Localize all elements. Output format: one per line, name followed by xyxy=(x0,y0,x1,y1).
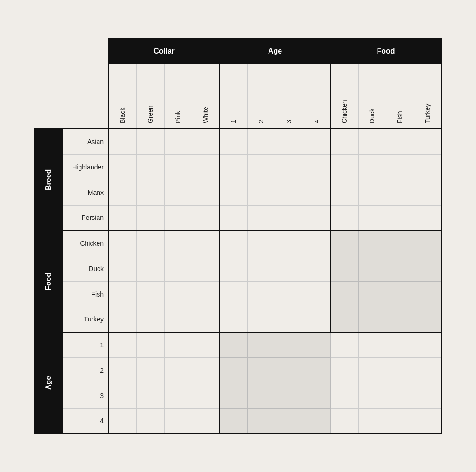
cell-highlander-duck[interactable] xyxy=(358,154,386,180)
cell-ffish-age1[interactable] xyxy=(220,281,247,307)
cell-highlander-white[interactable] xyxy=(192,154,220,180)
cell-ffish-green[interactable] xyxy=(136,281,164,307)
cell-fchicken-age1[interactable] xyxy=(220,230,247,256)
cell-persian-age2[interactable] xyxy=(247,205,275,230)
cell-manx-age3[interactable] xyxy=(275,180,303,205)
cell-age1-duck[interactable] xyxy=(358,332,386,357)
cell-manx-green[interactable] xyxy=(136,180,164,205)
cell-fchicken-pink[interactable] xyxy=(164,230,192,256)
cell-ffish-age2[interactable] xyxy=(247,281,275,307)
cell-ffish-pink[interactable] xyxy=(164,281,192,307)
cell-asian-age1[interactable] xyxy=(220,129,247,154)
cell-age4-green[interactable] xyxy=(136,408,164,434)
cell-manx-age1[interactable] xyxy=(220,180,247,205)
cell-persian-turkey[interactable] xyxy=(414,205,441,230)
cell-asian-black[interactable] xyxy=(109,129,136,154)
cell-highlander-age1[interactable] xyxy=(220,154,247,180)
cell-age4-duck[interactable] xyxy=(358,408,386,434)
cell-manx-turkey[interactable] xyxy=(414,180,441,205)
cell-highlander-chicken[interactable] xyxy=(330,154,358,180)
cell-asian-age4[interactable] xyxy=(303,129,330,154)
cell-ffish-white[interactable] xyxy=(192,281,220,307)
cell-age1-black[interactable] xyxy=(109,332,136,357)
cell-fchicken-black[interactable] xyxy=(109,230,136,256)
cell-fduck-age2[interactable] xyxy=(247,256,275,281)
cell-asian-fish[interactable] xyxy=(386,129,414,154)
cell-age3-white[interactable] xyxy=(192,383,220,408)
cell-age1-fish[interactable] xyxy=(386,332,414,357)
cell-fturkey-age3[interactable] xyxy=(275,307,303,332)
cell-age3-pink[interactable] xyxy=(164,383,192,408)
cell-manx-white[interactable] xyxy=(192,180,220,205)
cell-persian-pink[interactable] xyxy=(164,205,192,230)
cell-age4-turkey[interactable] xyxy=(414,408,441,434)
cell-persian-chicken[interactable] xyxy=(330,205,358,230)
cell-highlander-turkey[interactable] xyxy=(414,154,441,180)
cell-highlander-green[interactable] xyxy=(136,154,164,180)
cell-manx-pink[interactable] xyxy=(164,180,192,205)
cell-asian-duck[interactable] xyxy=(358,129,386,154)
cell-manx-age2[interactable] xyxy=(247,180,275,205)
cell-fturkey-age2[interactable] xyxy=(247,307,275,332)
cell-age4-white[interactable] xyxy=(192,408,220,434)
cell-age3-chicken[interactable] xyxy=(330,383,358,408)
cell-asian-pink[interactable] xyxy=(164,129,192,154)
cell-manx-chicken[interactable] xyxy=(330,180,358,205)
cell-age2-green[interactable] xyxy=(136,357,164,383)
cell-fturkey-age4[interactable] xyxy=(303,307,330,332)
cell-persian-white[interactable] xyxy=(192,205,220,230)
cell-age1-white[interactable] xyxy=(192,332,220,357)
cell-age2-black[interactable] xyxy=(109,357,136,383)
cell-manx-fish[interactable] xyxy=(386,180,414,205)
cell-manx-age4[interactable] xyxy=(303,180,330,205)
cell-highlander-age3[interactable] xyxy=(275,154,303,180)
cell-highlander-pink[interactable] xyxy=(164,154,192,180)
cell-age4-chicken[interactable] xyxy=(330,408,358,434)
cell-fchicken-age3[interactable] xyxy=(275,230,303,256)
cell-asian-chicken[interactable] xyxy=(330,129,358,154)
cell-highlander-age2[interactable] xyxy=(247,154,275,180)
cell-age1-green[interactable] xyxy=(136,332,164,357)
cell-fduck-age1[interactable] xyxy=(220,256,247,281)
cell-asian-age2[interactable] xyxy=(247,129,275,154)
cell-persian-age1[interactable] xyxy=(220,205,247,230)
cell-ffish-age4[interactable] xyxy=(303,281,330,307)
cell-fturkey-pink[interactable] xyxy=(164,307,192,332)
cell-age4-pink[interactable] xyxy=(164,408,192,434)
cell-ffish-age3[interactable] xyxy=(275,281,303,307)
cell-persian-fish[interactable] xyxy=(386,205,414,230)
cell-age2-pink[interactable] xyxy=(164,357,192,383)
cell-asian-age3[interactable] xyxy=(275,129,303,154)
cell-fduck-age3[interactable] xyxy=(275,256,303,281)
cell-fchicken-age2[interactable] xyxy=(247,230,275,256)
cell-persian-duck[interactable] xyxy=(358,205,386,230)
cell-asian-turkey[interactable] xyxy=(414,129,441,154)
cell-age4-black[interactable] xyxy=(109,408,136,434)
cell-age1-pink[interactable] xyxy=(164,332,192,357)
cell-fturkey-white[interactable] xyxy=(192,307,220,332)
cell-age2-chicken[interactable] xyxy=(330,357,358,383)
cell-age4-fish[interactable] xyxy=(386,408,414,434)
cell-asian-white[interactable] xyxy=(192,129,220,154)
cell-highlander-black[interactable] xyxy=(109,154,136,180)
cell-highlander-fish[interactable] xyxy=(386,154,414,180)
cell-fduck-white[interactable] xyxy=(192,256,220,281)
cell-age2-turkey[interactable] xyxy=(414,357,441,383)
cell-persian-black[interactable] xyxy=(109,205,136,230)
cell-age3-black[interactable] xyxy=(109,383,136,408)
cell-fduck-green[interactable] xyxy=(136,256,164,281)
cell-ffish-black[interactable] xyxy=(109,281,136,307)
cell-fduck-black[interactable] xyxy=(109,256,136,281)
cell-fchicken-age4[interactable] xyxy=(303,230,330,256)
cell-age3-duck[interactable] xyxy=(358,383,386,408)
cell-age3-turkey[interactable] xyxy=(414,383,441,408)
cell-fduck-age4[interactable] xyxy=(303,256,330,281)
cell-age1-turkey[interactable] xyxy=(414,332,441,357)
cell-age1-chicken[interactable] xyxy=(330,332,358,357)
cell-highlander-age4[interactable] xyxy=(303,154,330,180)
cell-age2-duck[interactable] xyxy=(358,357,386,383)
cell-asian-green[interactable] xyxy=(136,129,164,154)
cell-fduck-pink[interactable] xyxy=(164,256,192,281)
cell-manx-duck[interactable] xyxy=(358,180,386,205)
cell-age2-fish[interactable] xyxy=(386,357,414,383)
